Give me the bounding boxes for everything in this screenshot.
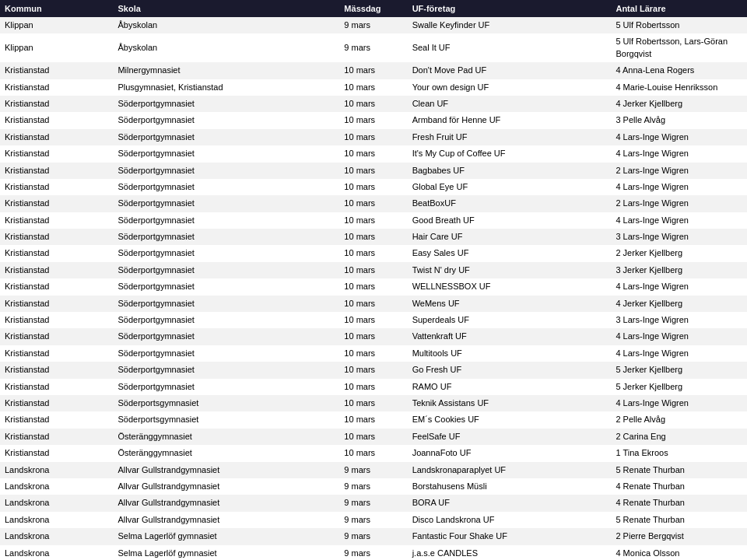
table-cell: Kristianstad — [0, 212, 113, 229]
table-cell: 9 mars — [339, 512, 407, 528]
table-cell: 10 mars — [339, 112, 407, 128]
table-cell: WELLNESSBOX UF — [408, 278, 612, 295]
table-cell: Kristianstad — [0, 278, 113, 295]
table-cell: Multitools UF — [408, 345, 612, 362]
table-cell: 5 Renate Thurban — [611, 462, 747, 478]
table-cell: Söderportgymnasiet — [113, 296, 339, 312]
table-row: KristianstadSöderportgymnasiet10 marsMul… — [0, 345, 747, 362]
table-cell: 10 mars — [339, 345, 407, 362]
table-cell: 10 mars — [339, 62, 407, 79]
table-cell: 10 mars — [339, 179, 407, 195]
table-row: LandskronaAllvar Gullstrandgymnasiet9 ma… — [0, 512, 747, 528]
table-cell: 9 mars — [339, 545, 407, 561]
table-cell: Hair Care UF — [408, 229, 612, 245]
table-cell: Allvar Gullstrandgymnasiet — [113, 495, 339, 511]
table-row: KristianstadÖsteränggymnasiet10 marsFeel… — [0, 429, 747, 445]
table-cell: Kristianstad — [0, 179, 113, 195]
header-massdag: Mässdag — [339, 0, 407, 17]
table-cell: Klippan — [0, 17, 113, 33]
table-cell: Söderportgymnasiet — [113, 229, 339, 245]
table-cell: 4 Lars-Inge Wigren — [611, 179, 747, 195]
table-cell: Söderportsgymnasiet — [113, 411, 339, 428]
table-cell: Teknik Assistans UF — [408, 395, 612, 411]
table-cell: 2 Lars-Inge Wigren — [611, 195, 747, 212]
table-cell: 3 Pelle Alvåg — [611, 112, 747, 128]
table-row: KristianstadSöderportgymnasiet10 marsBag… — [0, 163, 747, 179]
table-cell: 10 mars — [339, 379, 407, 395]
table-cell: 10 mars — [339, 212, 407, 229]
table-row: KristianstadSöderportgymnasiet10 marsHai… — [0, 229, 747, 245]
table-cell: 1 Tina Ekroos — [611, 445, 747, 461]
table-cell: 5 Jerker Kjellberg — [611, 379, 747, 395]
table-cell: 10 mars — [339, 262, 407, 278]
table-cell: Åbyskolan — [113, 33, 339, 62]
table-cell: Kristianstad — [0, 296, 113, 312]
table-cell: WeMens UF — [408, 296, 612, 312]
table-row: KristianstadSöderportgymnasiet10 marsSup… — [0, 312, 747, 328]
table-cell: 10 mars — [339, 129, 407, 145]
table-cell: Landskronaparaplyet UF — [408, 462, 612, 478]
table-cell: Kristianstad — [0, 429, 113, 445]
table-row: LandskronaAllvar Gullstrandgymnasiet9 ma… — [0, 478, 747, 495]
table-cell: 3 Lars-Inge Wigren — [611, 312, 747, 328]
table-cell: Söderportgymnasiet — [113, 96, 339, 112]
table-cell: 10 mars — [339, 362, 407, 378]
table-cell: RAMO UF — [408, 379, 612, 395]
table-cell: Kristianstad — [0, 145, 113, 162]
table-cell: 3 Lars-Inge Wigren — [611, 229, 747, 245]
table-row: KristianstadSöderportgymnasiet10 marsGo … — [0, 362, 747, 378]
table-cell: 4 Lars-Inge Wigren — [611, 345, 747, 362]
table-cell: Landskrona — [0, 462, 113, 478]
table-cell: 10 mars — [339, 429, 407, 445]
table-cell: Landskrona — [0, 528, 113, 544]
table-cell: 2 Lars-Inge Wigren — [611, 163, 747, 179]
table-cell: 9 mars — [339, 478, 407, 495]
table-cell: Global Eye UF — [408, 179, 612, 195]
table-cell: Söderportgymnasiet — [113, 362, 339, 378]
table-cell: 10 mars — [339, 278, 407, 295]
table-cell: Milnergymnasiet — [113, 62, 339, 79]
table-header-row: Kommun Skola Mässdag UF-företag Antal Lä… — [0, 0, 747, 17]
table-row: KlippanÅbyskolan9 marsSeal It UF5 Ulf Ro… — [0, 33, 747, 62]
table-cell: 9 mars — [339, 17, 407, 33]
table-cell: Kristianstad — [0, 129, 113, 145]
table-row: KristianstadSöderportgymnasiet10 marsIt'… — [0, 145, 747, 162]
table-cell: 2 Jerker Kjellberg — [611, 245, 747, 261]
table-cell: Söderportgymnasiet — [113, 179, 339, 195]
table-cell: 4 Jerker Kjellberg — [611, 296, 747, 312]
table-cell: Kristianstad — [0, 112, 113, 128]
table-cell: Söderportgymnasiet — [113, 379, 339, 395]
table-cell: 10 mars — [339, 312, 407, 328]
table-cell: Seal It UF — [408, 33, 612, 62]
table-cell: Söderportgymnasiet — [113, 195, 339, 212]
table-cell: Söderportgymnasiet — [113, 212, 339, 229]
table-cell: Kristianstad — [0, 62, 113, 79]
table-cell: Söderportgymnasiet — [113, 129, 339, 145]
table-cell: Kristianstad — [0, 362, 113, 378]
table-cell: Fresh Fruit UF — [408, 129, 612, 145]
table-cell: 10 mars — [339, 96, 407, 112]
table-cell: Plusgymnasiet, Kristianstad — [113, 79, 339, 96]
table-cell: Disco Landskrona UF — [408, 512, 612, 528]
table-cell: Kristianstad — [0, 445, 113, 461]
table-cell: Go Fresh UF — [408, 362, 612, 378]
table-cell: JoannaFoto UF — [408, 445, 612, 461]
table-cell: 5 Jerker Kjellberg — [611, 362, 747, 378]
table-cell: 10 mars — [339, 145, 407, 162]
table-cell: 5 Ulf Robertsson, Lars-Göran Borgqvist — [611, 33, 747, 62]
table-cell: 10 mars — [339, 328, 407, 345]
table-cell: Selma Lagerlöf gymnasiet — [113, 528, 339, 544]
table-cell: Söderportgymnasiet — [113, 245, 339, 261]
table-row: LandskronaSelma Lagerlöf gymnasiet9 mars… — [0, 545, 747, 561]
table-row: KristianstadSöderportgymnasiet10 marsGoo… — [0, 212, 747, 229]
table-row: LandskronaAllvar Gullstrandgymnasiet9 ma… — [0, 462, 747, 478]
table-row: KristianstadSöderportgymnasiet10 marsArm… — [0, 112, 747, 128]
table-row: KristianstadPlusgymnasiet, Kristianstad1… — [0, 79, 747, 96]
table-row: KristianstadSöderportgymnasiet10 marsBea… — [0, 195, 747, 212]
header-antal-larare: Antal Lärare — [611, 0, 747, 17]
table-cell: 9 mars — [339, 33, 407, 62]
table-cell: Österänggymnasiet — [113, 429, 339, 445]
table-cell: Åbyskolan — [113, 17, 339, 33]
table-cell: Kristianstad — [0, 163, 113, 179]
table-cell: 10 mars — [339, 395, 407, 411]
